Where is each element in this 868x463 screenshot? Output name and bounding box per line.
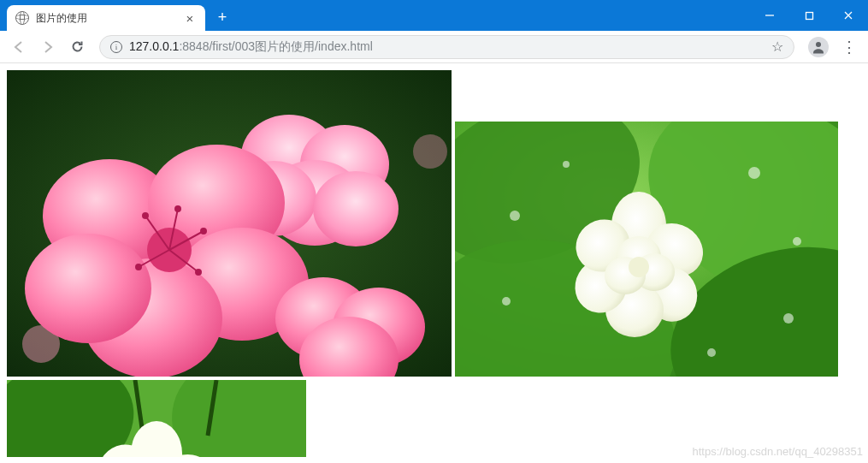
svg-point-12 — [313, 171, 399, 246]
content-image-1 — [7, 70, 452, 377]
svg-point-39 — [748, 167, 760, 179]
kebab-menu-icon[interactable]: ⋮ — [837, 35, 861, 59]
back-button[interactable] — [7, 35, 31, 59]
url-host: 127.0.0.1 — [129, 39, 179, 53]
svg-point-20 — [143, 213, 148, 218]
svg-point-43 — [707, 348, 716, 357]
svg-point-37 — [510, 211, 520, 221]
svg-point-7 — [413, 134, 447, 169]
maximize-button[interactable] — [789, 0, 829, 31]
svg-point-26 — [196, 270, 201, 275]
site-info-icon[interactable]: i — [110, 41, 122, 53]
bookmark-star-icon[interactable]: ☆ — [771, 39, 783, 55]
svg-point-53 — [629, 257, 649, 277]
profile-avatar-icon[interactable] — [808, 37, 829, 57]
page-content — [0, 63, 868, 463]
svg-point-4 — [816, 42, 821, 47]
content-image-2 — [455, 122, 838, 377]
svg-rect-1 — [806, 12, 812, 19]
browser-toolbar: i 127.0.0.1:8848/first/003图片的使用/index.ht… — [0, 31, 868, 63]
new-tab-button[interactable]: + — [210, 5, 234, 29]
close-window-button[interactable] — [829, 0, 868, 31]
window-controls — [750, 0, 868, 31]
url-text: 127.0.0.1:8848/first/003图片的使用/index.html — [129, 39, 373, 55]
browser-tab[interactable]: 图片的使用 × — [7, 5, 205, 31]
svg-point-28 — [136, 264, 141, 270]
svg-point-42 — [783, 313, 794, 324]
svg-point-24 — [201, 229, 206, 234]
close-tab-icon[interactable]: × — [183, 11, 197, 25]
address-bar[interactable]: i 127.0.0.1:8848/first/003图片的使用/index.ht… — [99, 35, 794, 59]
url-path: :8848/first/003图片的使用/index.html — [179, 39, 372, 55]
svg-point-22 — [175, 206, 180, 211]
minimize-button[interactable] — [750, 0, 789, 31]
svg-point-38 — [563, 161, 570, 168]
svg-point-17 — [25, 234, 151, 343]
tab-strip: 图片的使用 × + — [0, 0, 234, 31]
forward-button[interactable] — [36, 35, 60, 59]
svg-point-40 — [793, 237, 801, 246]
reload-button[interactable] — [65, 35, 89, 59]
content-image-3 — [7, 380, 306, 457]
window-titlebar: 图片的使用 × + — [0, 0, 868, 31]
svg-point-41 — [502, 297, 511, 306]
tab-title: 图片的使用 — [36, 11, 176, 26]
globe-icon — [15, 11, 29, 25]
